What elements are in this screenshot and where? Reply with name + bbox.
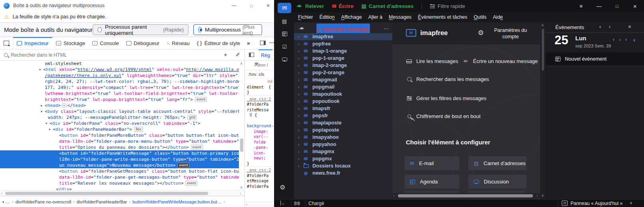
markup-line[interactable]: data-l10n-id="folder-pane-get-messages-b… [0,174,239,180]
folder-row-poplaposte[interactable]: ›✉poplaposte [294,126,392,134]
folder-row-imap-2-orange[interactable]: ›✉imap-2-orange [294,62,392,69]
folder-row-imapsfr[interactable]: ›✉imapsfr [294,105,392,112]
chevron-expand-icon[interactable]: › [298,99,302,104]
chevron-expand-icon[interactable]: › [298,63,302,68]
config-e-mail-button[interactable]: ✉E-mail [404,156,459,170]
chevron-expand-icon[interactable]: › [298,35,302,39]
tab-inspecteur[interactable]: Inspecteur [13,37,52,49]
folder-row-popgmail[interactable]: ›✉popgmail [294,83,392,91]
folder-row-popgmx[interactable]: ›✉popgmx [294,155,392,162]
config-discussion-button[interactable]: Discussion [468,175,527,189]
sidebar-toggle-icon[interactable] [249,53,254,57]
breadcrumb-back-icon[interactable]: ‹ [2,199,4,205]
markup-vscrollbar[interactable]: ∧ ∨ [239,61,244,190]
scroll-right-icon[interactable]: › [240,191,241,195]
link-rechercher-dans-les-messages[interactable]: Rechercher dans les messages [406,76,489,82]
central-vscrollbar[interactable]: ∧ ∨ [540,22,546,199]
get-messages-icon[interactable] [299,26,305,31]
collapse-icon[interactable]: ▼ [41,109,42,115]
folder-row-imap-1-orange[interactable]: ›✉imap-1-orange [294,47,392,55]
markup-line[interactable]: xml-stylesheet [0,61,239,67]
link-chiffrement-de-bout-en-bout[interactable]: Chiffrement de bout en bout [406,113,481,119]
tab-debogueur[interactable]: Débogueur [123,37,163,49]
menu-edition[interactable]: Édition [316,14,338,20]
html-search-bar[interactable]: Rechercher dans le HTML + ✐ [0,49,244,61]
markup-line[interactable]: /gatekeeper/there.is.only.xul" lightweig… [0,73,239,79]
today-icon[interactable]: ○ [619,37,621,42]
tab-stockage[interactable]: —Stockage [52,37,89,49]
badge-event[interactable]: event [177,163,189,168]
markup-line[interactable]: ▼<body class="layout-classic layout-tabl… [0,108,239,114]
account-settings-icon[interactable]: ⚙ [478,29,484,37]
tab-reseau[interactable]: ↑↓Réseau [163,37,193,49]
scroll-up-icon[interactable]: ∧ [541,23,544,27]
folder-row-popoutlook[interactable]: ›✉popoutlook [294,98,392,105]
close-button[interactable]: × [262,0,274,11]
radio-multiprocess[interactable]: Multiprocessus (Plus lent) [193,24,262,35]
next-day-icon[interactable]: › [625,37,627,42]
scroll-down-icon[interactable]: ∨ [541,193,544,197]
markup-line[interactable]: data-l10n-id="folder-pane-more-menu-butt… [0,138,239,144]
config-carnet-d-adresses-button[interactable]: ▤Carnet d'adresses [468,156,527,170]
collapse-spaces-icon[interactable]: ← [280,201,286,205]
markup-line[interactable]: ▼<div id="folderPane" class="no-overscro… [0,120,239,126]
chevron-expand-icon[interactable]: › [298,71,302,75]
link-ecrire-un-nouveau-message[interactable]: ✏Écrire un nouveau message [463,58,538,64]
scroll-up-icon[interactable]: ∧ [240,61,243,65]
menu-aller-a[interactable]: Aller à [365,14,386,20]
scroll-right-icon[interactable]: › [537,194,538,198]
folder-row-popfree[interactable]: ›✉popfree [294,40,392,47]
next-icon[interactable]: › [609,24,610,30]
chevron-expand-icon[interactable]: › [298,78,302,82]
badge-event[interactable]: event [195,97,207,102]
markup-line[interactable]: width: 247px; --messagePaneSplitter-heig… [0,114,239,120]
folder-row-news-free-fr[interactable]: ⊕news.free.fr [294,170,392,177]
tab-console[interactable]: ›Console [89,37,123,49]
folder-row-dossiers-locaux[interactable]: ›Dossiers locaux [294,162,392,170]
folder-row-imapoutlook[interactable]: ›✉imapoutlook [294,91,392,98]
chevron-expand-icon[interactable]: › [298,157,302,161]
space-chat-button[interactable] [278,54,291,65]
markup-hscrollbar[interactable]: ‹ › [0,190,244,196]
markup-line[interactable]: brighttext="true" lwt-popup-brighttext="… [0,97,239,103]
chevron-expand-icon[interactable]: › [298,49,302,53]
collapse-icon[interactable]: ▼ [46,121,47,127]
prev-day-icon[interactable]: ‹ [613,37,614,42]
markup-line[interactable]: </div> [0,186,239,190]
menu-outils[interactable]: Outils [471,14,490,20]
tab-rules[interactable]: Règ [258,49,272,61]
toolbar-ecrire[interactable]: ✉Écrire [332,3,354,9]
scroll-down-icon[interactable]: ∨ [240,185,243,189]
settings-gear-icon[interactable]: ⚙ [280,183,285,191]
chevron-expand-icon[interactable]: › [298,56,302,61]
markup-line[interactable]: ▶<head>⋯</head> [0,103,239,108]
badge-event[interactable]: event [185,181,197,186]
link-gerer-les-filtres-des-messages[interactable]: Gérer les filtres des messages [406,95,487,101]
badge-flex[interactable]: flex [134,127,143,132]
tab-editeur-de-style[interactable]: { }Éditeur de style [193,37,244,49]
menu-evenements-et-taches[interactable]: Évènements et tâches [415,14,471,20]
scroll-left-icon[interactable]: ‹ [246,203,247,207]
central-hscrollbar[interactable]: ‹ › [392,193,540,199]
folder-row-imapfree[interactable]: ›✉imapfree [294,33,392,40]
space-calendar-button[interactable] [278,29,291,39]
markup-line[interactable]: ▼<div id="folderPaneHeaderBar">flex [0,126,239,132]
stylesheet-link[interactable]: _ane.css:2 [245,166,274,173]
scroll-thumb[interactable] [5,192,208,195]
menu-affichage[interactable]: Affichage [338,14,365,20]
today-panel-toggle[interactable]: Panneau « Aujourd'hui » [570,201,622,206]
scroll-thumb[interactable] [398,194,533,197]
collapse-icon[interactable]: ▼ [49,127,50,133]
markup-line[interactable]: ▼<html xmlns="http://www.w3.org/1999/xht… [0,67,239,73]
markup-line[interactable]: rgb(24, 24, 27); --lwt-text-color: rgba(… [0,79,239,85]
config-agenda-button[interactable]: Agenda [404,175,459,189]
markup-line[interactable]: un nouveau message">Nouveau message</but… [0,162,239,168]
expand-icon[interactable]: ∨ [633,38,636,42]
chevron-expand-icon[interactable]: › [298,164,302,168]
markup-line[interactable]: title="Options du panneau des dossiers">… [0,144,239,150]
chevron-expand-icon[interactable]: › [298,128,302,132]
markup-line[interactable]: <button id="folderPaneGetMessages" class… [0,168,239,174]
chevron-expand-icon[interactable]: › [298,106,302,111]
folder-row-popsfr[interactable]: ›✉popsfr [294,112,392,119]
chevron-down-icon[interactable]: ∨ [630,201,632,205]
